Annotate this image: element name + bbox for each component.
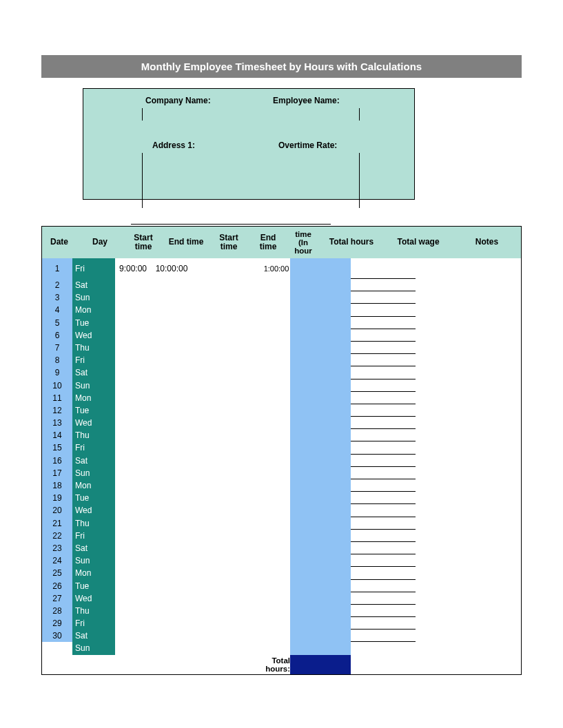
cell-total-hours (290, 429, 351, 441)
cell-total-hours (290, 317, 351, 329)
cell-date: 4 (42, 304, 72, 316)
cell-end1 (151, 404, 192, 417)
cell-timein (263, 530, 290, 542)
cell-day: Thu (72, 517, 115, 530)
cell-start1 (115, 354, 151, 366)
cell-day: Wed (72, 592, 115, 605)
cell-end1 (151, 592, 192, 605)
cell-notes (416, 304, 521, 316)
table-row: 2Sat (42, 279, 521, 291)
cell-total-wage (351, 580, 416, 592)
total-hours-value (290, 655, 351, 674)
company-name-label: Company Name: (145, 96, 211, 105)
table-row: 22Fri (42, 530, 521, 542)
cell-end1 (151, 304, 192, 316)
cell-timein (263, 291, 290, 304)
cell-end2 (228, 291, 263, 304)
cell-timein (263, 467, 290, 479)
table-row: 12Tue (42, 404, 521, 417)
cell-end1 (151, 479, 192, 492)
cell-start1 (115, 504, 151, 517)
cell-end2 (228, 642, 263, 654)
cell-end1 (151, 642, 192, 654)
cell-timein (263, 317, 290, 329)
cell-total-hours (290, 417, 351, 429)
cell-day: Sat (72, 455, 115, 467)
cell-total-hours (290, 504, 351, 517)
cell-notes (416, 317, 521, 329)
cell-start1 (115, 605, 151, 617)
col-date: Date (42, 227, 76, 258)
cell-day: Sun (72, 291, 115, 304)
cell-start2 (192, 479, 228, 492)
cell-start2 (192, 542, 228, 554)
cell-end2 (228, 617, 263, 630)
cell-total-wage (351, 304, 416, 316)
cell-start2 (192, 504, 228, 517)
table-header: Date Day Start time End time Start time … (42, 227, 521, 258)
cell-notes (416, 592, 521, 605)
cell-total-wage (351, 504, 416, 517)
cell-date: 9 (42, 366, 72, 379)
cell-total-hours (290, 642, 351, 654)
cell-notes (416, 567, 521, 579)
cell-end1 (151, 467, 192, 479)
cell-start2 (192, 530, 228, 542)
table-row: 15Fri (42, 441, 521, 454)
cell-end2 (228, 630, 263, 642)
cell-date: 19 (42, 492, 72, 504)
cell-total-wage (351, 605, 416, 617)
cell-total-wage (351, 592, 416, 605)
cell-notes (416, 404, 521, 417)
cell-start1 (115, 530, 151, 542)
cell-start2 (192, 467, 228, 479)
cell-notes (416, 379, 521, 392)
cell-timein (263, 455, 290, 467)
page-title: Monthly Employee Timesheet by Hours with… (41, 55, 522, 78)
table-row: 29Fri (42, 617, 521, 630)
cell-start1 (115, 429, 151, 441)
cell-notes (416, 417, 521, 429)
cell-total-wage (351, 291, 416, 304)
table-row: 18Mon (42, 479, 521, 492)
cell-end2 (228, 605, 263, 617)
cell-end2 (228, 392, 263, 404)
cell-start2 (192, 379, 228, 392)
cell-notes (416, 554, 521, 567)
cell-total-hours (290, 530, 351, 542)
cell-date: 18 (42, 479, 72, 492)
cell-total-wage (351, 642, 416, 654)
cell-total-wage (351, 279, 416, 291)
cell-end2 (228, 366, 263, 379)
cell-end1 (151, 317, 192, 329)
cell-end2 (228, 580, 263, 592)
total-hours-label: Total hours: (263, 655, 290, 674)
cell-end1: 10:00:00 (151, 258, 192, 279)
cell-timein (263, 554, 290, 567)
cell-total-wage (351, 329, 416, 342)
cell-end1 (151, 366, 192, 379)
cell-end2 (228, 342, 263, 354)
cell-start1 (115, 392, 151, 404)
cell-start2 (192, 630, 228, 642)
cell-total-hours (290, 542, 351, 554)
cell-end2 (228, 354, 263, 366)
table-body: 1Fri9:00:0010:00:001:00:002Sat3Sun4Mon5T… (42, 258, 521, 655)
cell-total-hours (290, 517, 351, 530)
cell-total-wage (351, 392, 416, 404)
cell-start2 (192, 291, 228, 304)
cell-total-wage (351, 467, 416, 479)
cell-day: Mon (72, 304, 115, 316)
cell-start1 (115, 455, 151, 467)
cell-start1 (115, 479, 151, 492)
cell-start1 (115, 517, 151, 530)
cell-start2 (192, 258, 228, 279)
cell-start1 (115, 592, 151, 605)
cell-day: Fri (72, 258, 115, 279)
cell-end2 (228, 504, 263, 517)
cell-end2 (228, 441, 263, 454)
col-timein: time (In hour (287, 227, 319, 258)
cell-notes (416, 342, 521, 354)
cell-start2 (192, 554, 228, 567)
cell-end2 (228, 379, 263, 392)
